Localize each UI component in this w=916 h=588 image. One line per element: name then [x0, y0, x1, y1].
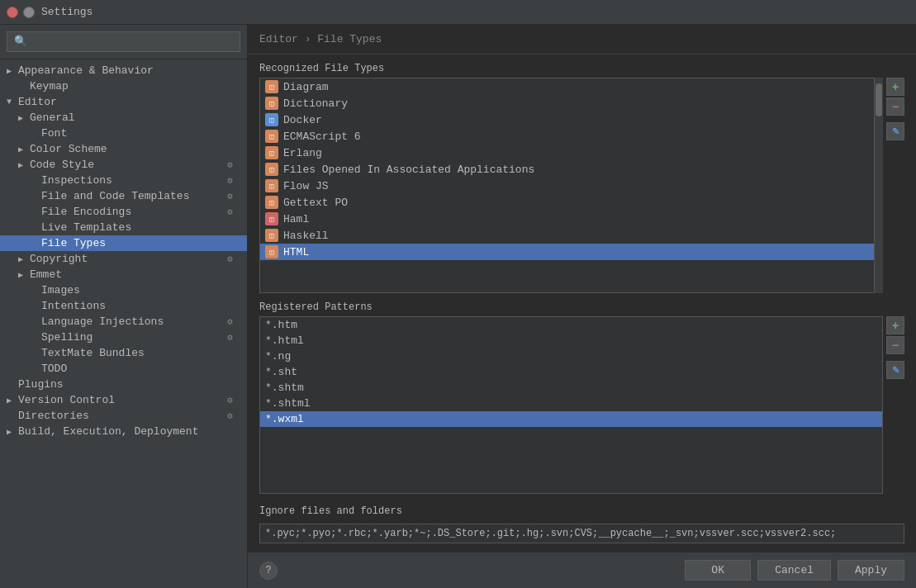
sidebar-item-copyright[interactable]: ▶ Copyright ⚙ — [0, 251, 247, 267]
list-item[interactable]: ◫ Docker — [260, 111, 874, 128]
recognized-list-with-buttons: ◫ Diagram ◫ Dictionary ◫ Docker — [259, 78, 904, 293]
sidebar-item-label: Images — [41, 284, 240, 296]
settings-icon: ⚙ — [227, 395, 240, 405]
file-type-icon: ◫ — [265, 212, 278, 225]
sidebar-item-label: General — [30, 111, 240, 124]
list-item[interactable]: ◫ Diagram — [260, 78, 874, 95]
sidebar-item-label: Intentions — [41, 300, 240, 312]
search-wrap — [0, 25, 247, 59]
sidebar-item-label: Copyright — [30, 253, 227, 265]
list-item[interactable]: ◫ Flow JS — [260, 178, 874, 194]
list-item[interactable]: *.htm — [260, 317, 882, 333]
sidebar-item-label: TextMate Bundles — [41, 347, 240, 359]
sidebar-item-codestyle[interactable]: ▶ Code Style ⚙ — [0, 157, 247, 173]
edit-pattern-button[interactable]: ✎ — [886, 361, 904, 379]
registered-section: Registered Patterns *.htm *.html *.ng — [259, 301, 904, 494]
recognized-file-types-list[interactable]: ◫ Diagram ◫ Dictionary ◫ Docker — [259, 78, 875, 293]
sidebar-item-filetypes[interactable]: File Types — [0, 235, 247, 251]
sidebar-item-font[interactable]: Font — [0, 126, 247, 141]
list-item[interactable]: ◫ Haml — [260, 211, 874, 227]
list-item[interactable]: *.shtm — [260, 380, 882, 396]
recognized-scrollbar[interactable] — [875, 78, 883, 293]
list-item-label: Dictionary — [283, 97, 348, 110]
sidebar-item-fileencodings[interactable]: File Encodings ⚙ — [0, 204, 247, 220]
sidebar-item-label: Build, Execution, Deployment — [18, 425, 240, 438]
list-item[interactable]: ◫ Files Opened In Associated Application… — [260, 161, 874, 178]
list-item[interactable]: ◫ Erlang — [260, 145, 874, 161]
edit-recognized-button[interactable]: ✎ — [886, 122, 904, 140]
list-item[interactable]: ◫ ECMAScript 6 — [260, 128, 874, 145]
recognized-section: Recognized File Types ◫ Diagram ◫ Dictio… — [259, 63, 904, 293]
sidebar-item-inspections[interactable]: Inspections ⚙ — [0, 173, 247, 188]
list-item[interactable]: *.html — [260, 333, 882, 349]
help-button[interactable]: ? — [259, 562, 278, 580]
list-item-label: *.html — [265, 334, 304, 347]
settings-icon: ⚙ — [227, 254, 240, 264]
list-item-label: Docker — [283, 114, 322, 126]
main-layout: ▶ Appearance & Behavior Keymap ▼ Editor … — [0, 25, 916, 588]
remove-pattern-button[interactable]: − — [886, 336, 904, 354]
list-item[interactable]: *.ng — [260, 349, 882, 364]
sidebar-item-plugins[interactable]: Plugins — [0, 377, 247, 392]
file-type-icon: ◫ — [265, 97, 278, 110]
registered-side-buttons: + − ✎ — [886, 316, 904, 494]
minimize-button[interactable] — [23, 7, 35, 18]
sidebar-item-versioncontrol[interactable]: ▶ Version Control ⚙ — [0, 392, 247, 408]
settings-icon: ⚙ — [227, 175, 240, 186]
settings-icon: ⚙ — [227, 316, 240, 327]
list-item[interactable]: *.wxml — [260, 411, 882, 427]
list-item[interactable]: ◫ Dictionary — [260, 95, 874, 111]
sidebar-item-todo[interactable]: TODO — [0, 361, 247, 377]
registered-patterns-list[interactable]: *.htm *.html *.ng *.sht — [259, 316, 883, 494]
list-item[interactable]: *.shtml — [260, 396, 882, 411]
search-input[interactable] — [7, 31, 240, 52]
sidebar-item-label: Appearance & Behavior — [18, 64, 240, 77]
panels-area: Recognized File Types ◫ Diagram ◫ Dictio… — [248, 55, 916, 552]
sidebar-item-label: Language Injections — [41, 315, 227, 328]
sidebar-item-directories[interactable]: Directories ⚙ — [0, 408, 247, 424]
cancel-button[interactable]: Cancel — [757, 560, 831, 581]
file-type-icon: ◫ — [265, 113, 278, 126]
sidebar-item-intentions[interactable]: Intentions — [0, 298, 247, 314]
list-item-label: Haskell — [283, 230, 329, 242]
close-button[interactable] — [7, 7, 18, 18]
sidebar-item-filecodetemplates[interactable]: File and Code Templates ⚙ — [0, 188, 247, 204]
sidebar-item-buildexecution[interactable]: ▶ Build, Execution, Deployment — [0, 424, 247, 439]
recognized-side-buttons: + − ✎ — [886, 78, 904, 293]
file-type-icon: ◫ — [265, 179, 278, 192]
sidebar-item-label: Code Style — [30, 159, 227, 171]
sidebar-item-livetemplates[interactable]: Live Templates — [0, 220, 247, 235]
sidebar-item-emmet[interactable]: ▶ Emmet — [0, 267, 247, 282]
add-recognized-button[interactable]: + — [886, 78, 904, 96]
file-type-icon: ◫ — [265, 146, 278, 159]
breadcrumb-parent: Editor — [259, 33, 298, 45]
apply-button[interactable]: Apply — [838, 560, 904, 581]
sidebar-item-appearance[interactable]: ▶ Appearance & Behavior — [0, 63, 247, 78]
breadcrumb-separator: › — [305, 33, 318, 45]
list-item[interactable]: ◫ Gettext PO — [260, 194, 874, 211]
sidebar-item-general[interactable]: ▶ General — [0, 110, 247, 126]
sidebar-item-spelling[interactable]: Spelling ⚙ — [0, 330, 247, 345]
window-title: Settings — [41, 6, 93, 18]
sidebar-item-images[interactable]: Images — [0, 282, 247, 298]
registered-label: Registered Patterns — [259, 301, 904, 313]
sidebar-item-editor[interactable]: ▼ Editor — [0, 94, 247, 110]
settings-icon: ⚙ — [227, 159, 240, 170]
list-item-label: Gettext PO — [283, 197, 348, 209]
sidebar-item-label: Editor — [18, 96, 240, 108]
remove-recognized-button[interactable]: − — [886, 97, 904, 116]
list-item[interactable]: ◫ Haskell — [260, 227, 874, 244]
sidebar-item-colorscheme[interactable]: ▶ Color Scheme — [0, 141, 247, 157]
sidebar-item-languageinjections[interactable]: Language Injections ⚙ — [0, 314, 247, 330]
sidebar-item-label: Keymap — [30, 80, 240, 92]
list-item[interactable]: *.sht — [260, 364, 882, 380]
sidebar-item-keymap[interactable]: Keymap — [0, 78, 247, 94]
list-item[interactable]: ◫ HTML — [260, 244, 874, 260]
sidebar-item-textmatebundles[interactable]: TextMate Bundles — [0, 345, 247, 361]
ignore-input[interactable] — [259, 524, 904, 543]
sidebar-tree: ▶ Appearance & Behavior Keymap ▼ Editor … — [0, 59, 247, 588]
arrow-icon: ▶ — [18, 254, 30, 264]
add-pattern-button[interactable]: + — [886, 316, 904, 334]
ok-button[interactable]: OK — [685, 560, 751, 581]
list-item-label: *.wxml — [265, 413, 304, 425]
